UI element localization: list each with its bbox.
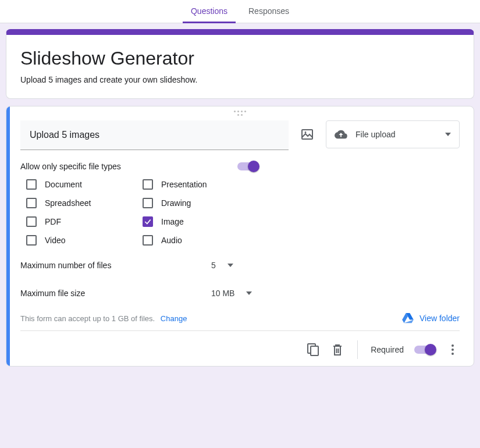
- checkbox-icon: [143, 198, 153, 208]
- checkbox-icon: [26, 198, 37, 208]
- svg-rect-0: [302, 130, 312, 139]
- form-canvas: Slideshow Generator Upload 5 images and …: [0, 23, 480, 372]
- question-card: File upload Allow only specific file typ…: [6, 106, 474, 367]
- question-footer: Required: [20, 338, 460, 359]
- trash-icon: [332, 343, 343, 356]
- view-folder-link[interactable]: View folder: [402, 313, 460, 323]
- checkbox-icon: [26, 179, 37, 190]
- svg-point-1: [305, 131, 307, 133]
- filetype-presentation[interactable]: Presentation: [143, 179, 259, 190]
- tab-questions[interactable]: Questions: [183, 1, 236, 23]
- checkbox-icon: [26, 216, 37, 227]
- max-files-label: Maximum number of files: [20, 261, 207, 270]
- filetype-video[interactable]: Video: [26, 235, 143, 246]
- filetype-audio[interactable]: Audio: [143, 235, 259, 246]
- duplicate-button[interactable]: [306, 343, 320, 357]
- drag-handle-icon[interactable]: [233, 110, 247, 116]
- checkbox-icon: [26, 235, 37, 246]
- editor-tabs: Questions Responses: [0, 0, 480, 23]
- filetype-document[interactable]: Document: [26, 179, 143, 190]
- cloud-upload-icon: [335, 128, 347, 141]
- change-quota-link[interactable]: Change: [161, 314, 187, 323]
- svg-rect-3: [311, 346, 318, 355]
- dropdown-arrow-icon: [445, 133, 451, 136]
- filetype-spreadsheet[interactable]: Spreadsheet: [26, 198, 143, 208]
- dropdown-arrow-icon: [227, 264, 233, 267]
- checkbox-icon: [143, 235, 153, 246]
- filetype-pdf[interactable]: PDF: [26, 216, 143, 227]
- delete-button[interactable]: [330, 343, 344, 357]
- form-description[interactable]: Upload 5 images and create your own slid…: [20, 75, 460, 84]
- allow-specific-types-label: Allow only specific file types: [20, 162, 121, 171]
- divider: [20, 330, 460, 331]
- separator: [357, 340, 358, 359]
- drive-icon: [402, 313, 414, 323]
- copy-icon: [307, 343, 319, 356]
- form-title[interactable]: Slideshow Generator: [20, 48, 460, 69]
- question-title-wrap: [20, 120, 289, 150]
- max-size-label: Maximum file size: [20, 289, 207, 298]
- dropdown-arrow-icon: [246, 291, 252, 295]
- checkbox-icon: [143, 179, 153, 190]
- question-type-select[interactable]: File upload: [326, 120, 460, 148]
- add-image-button[interactable]: [297, 120, 318, 148]
- filetype-image[interactable]: Image: [143, 216, 259, 227]
- max-size-select[interactable]: 10 MB: [207, 285, 257, 301]
- checkbox-checked-icon: [143, 216, 153, 227]
- tab-responses[interactable]: Responses: [240, 1, 297, 23]
- upload-quota-text: This form can accept up to 1 GB of files…: [20, 314, 155, 323]
- form-header-card[interactable]: Slideshow Generator Upload 5 images and …: [6, 29, 474, 99]
- allow-specific-types-toggle[interactable]: [237, 162, 258, 170]
- image-icon: [300, 127, 314, 141]
- max-files-select[interactable]: 5: [207, 257, 238, 273]
- question-type-label: File upload: [355, 130, 396, 139]
- required-toggle[interactable]: [414, 346, 435, 354]
- file-types-grid: Document Presentation Spreadsheet Drawin…: [26, 179, 460, 246]
- required-label: Required: [371, 345, 404, 354]
- question-title-input[interactable]: [20, 120, 289, 150]
- filetype-drawing[interactable]: Drawing: [143, 198, 259, 208]
- more-options-button[interactable]: [446, 343, 460, 357]
